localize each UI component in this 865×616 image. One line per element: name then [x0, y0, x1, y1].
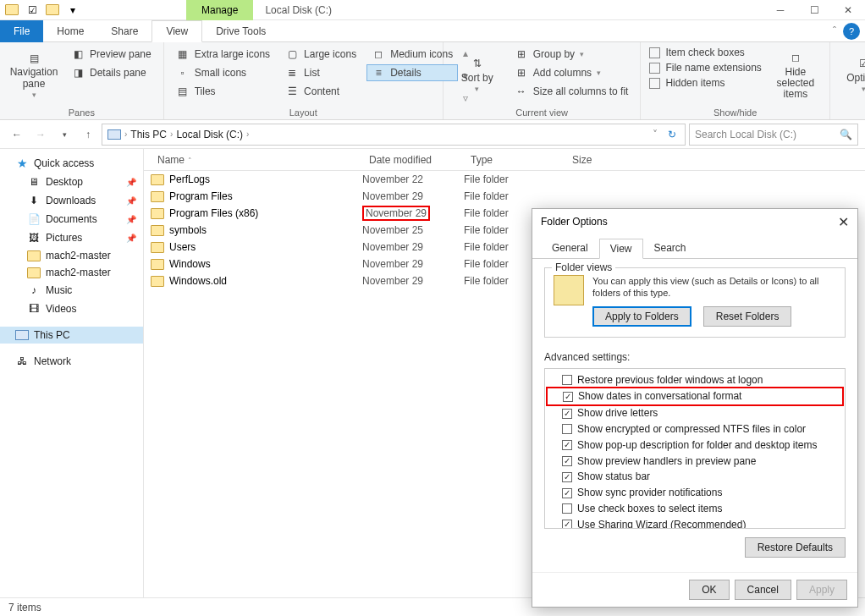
- layout-small[interactable]: ▫Small icons: [171, 64, 275, 81]
- contextual-tab-manage[interactable]: Manage: [186, 0, 253, 20]
- cancel-button[interactable]: Cancel: [735, 580, 791, 600]
- advanced-setting-item[interactable]: Use Sharing Wizard (Recommended): [547, 517, 843, 529]
- ok-button[interactable]: OK: [689, 580, 729, 600]
- tab-view[interactable]: View: [152, 20, 202, 42]
- tab-share[interactable]: Share: [97, 20, 152, 42]
- nav-mach2-a[interactable]: mach2-master: [0, 247, 143, 264]
- nav-quick-access[interactable]: ★Quick access: [0, 154, 143, 173]
- file-row[interactable]: Program FilesNovember 29File folder: [144, 188, 865, 205]
- checkbox-icon: [562, 503, 572, 514]
- dialog-tab-view[interactable]: View: [599, 239, 643, 259]
- layout-extra-large[interactable]: ▦Extra large icons: [171, 46, 275, 63]
- tab-drive-tools[interactable]: Drive Tools: [202, 20, 279, 42]
- nav-mach2-b[interactable]: mach2-master: [0, 264, 143, 281]
- nav-up[interactable]: ↑: [78, 124, 98, 145]
- qat-dropdown[interactable]: ▾: [64, 2, 81, 19]
- crumb-local-disk[interactable]: Local Disk (C:): [176, 129, 243, 140]
- tab-file[interactable]: File: [0, 20, 43, 42]
- folder-icon: [151, 191, 164, 202]
- file-name: Windows: [169, 258, 211, 270]
- add-columns-button[interactable]: ⊞Add columns ▾: [510, 64, 634, 81]
- checkbox-icon: [562, 488, 572, 498]
- nav-documents[interactable]: 📄Documents📌: [0, 210, 143, 228]
- crumb-this-pc[interactable]: This PC: [130, 129, 167, 140]
- dialog-tab-search[interactable]: Search: [643, 238, 697, 258]
- folder-views-desc: You can apply this view (such as Details…: [592, 275, 836, 300]
- checkbox-icon: [562, 440, 572, 450]
- nav-forward[interactable]: →: [30, 124, 51, 145]
- videos-icon: 🎞: [27, 302, 41, 316]
- qat-properties-icon[interactable]: ☑: [24, 2, 41, 19]
- layout-list[interactable]: ≣List: [280, 64, 361, 81]
- advanced-setting-item[interactable]: Restore previous folder windows at logon: [547, 372, 843, 388]
- file-name: Users: [169, 241, 196, 253]
- address-bar[interactable]: › This PC › Local Disk (C:) › ˅ ↻: [102, 124, 686, 146]
- nav-desktop[interactable]: 🖥Desktop📌: [0, 173, 143, 191]
- window-maximize[interactable]: ☐: [797, 0, 831, 20]
- advanced-settings-label: Advanced settings:: [544, 351, 846, 363]
- column-size[interactable]: Size: [565, 154, 633, 166]
- group-by-button[interactable]: ⊞Group by ▾: [510, 46, 634, 63]
- nav-recent-dropdown[interactable]: ▾: [54, 124, 74, 145]
- apply-button[interactable]: Apply: [796, 580, 847, 600]
- column-name[interactable]: Name˄: [151, 154, 362, 166]
- qat-newfolder-icon[interactable]: [44, 2, 61, 19]
- column-date[interactable]: Date modified: [362, 154, 464, 166]
- dialog-tab-general[interactable]: General: [541, 238, 599, 258]
- refresh-button[interactable]: ↻: [664, 129, 680, 140]
- advanced-settings-list[interactable]: Restore previous folder windows at logon…: [544, 368, 846, 529]
- checkbox-icon: [562, 472, 572, 482]
- nav-this-pc[interactable]: This PC: [0, 327, 143, 344]
- tab-home[interactable]: Home: [43, 20, 97, 42]
- nav-videos[interactable]: 🎞Videos: [0, 300, 143, 318]
- nav-back[interactable]: ←: [7, 124, 27, 145]
- advanced-setting-item[interactable]: Show preview handlers in preview pane: [547, 454, 843, 470]
- layout-tiles[interactable]: ▤Tiles: [171, 83, 275, 100]
- item-check-boxes-toggle[interactable]: Item check boxes: [647, 46, 763, 59]
- search-box[interactable]: Search Local Disk (C:) 🔍: [689, 124, 858, 146]
- hidden-items-toggle[interactable]: Hidden items: [647, 76, 763, 90]
- advanced-setting-item[interactable]: Use check boxes to select items: [547, 501, 843, 517]
- nav-pictures[interactable]: 🖼Pictures📌: [0, 228, 143, 247]
- advanced-setting-item[interactable]: Show status bar: [547, 469, 843, 485]
- nav-network[interactable]: 🖧Network: [0, 352, 143, 371]
- help-icon[interactable]: ?: [843, 23, 860, 40]
- file-name-extensions-toggle[interactable]: File name extensions: [647, 61, 763, 74]
- folder-icon: [27, 267, 41, 278]
- window-minimize[interactable]: ─: [763, 0, 797, 20]
- large-icons-icon: ▢: [285, 47, 299, 61]
- preview-pane-button[interactable]: ◧Preview pane: [66, 46, 157, 63]
- hide-selected-button[interactable]: ◻ Hide selected items: [769, 46, 823, 106]
- qat-explorer-icon[interactable]: [3, 2, 20, 19]
- sort-by-button[interactable]: ⇅ Sort by ▾: [450, 46, 504, 106]
- reset-folders-button[interactable]: Reset Folders: [703, 306, 792, 327]
- desktop-icon: 🖥: [27, 175, 41, 189]
- column-type[interactable]: Type: [464, 154, 565, 166]
- advanced-setting-item[interactable]: Show dates in conversational format: [546, 387, 844, 406]
- address-dropdown[interactable]: ˅: [649, 129, 661, 140]
- restore-defaults-button[interactable]: Restore Defaults: [745, 537, 846, 558]
- nav-music[interactable]: ♪Music: [0, 281, 143, 300]
- file-row[interactable]: PerfLogsNovember 22File folder: [144, 171, 865, 188]
- advanced-setting-item[interactable]: Show encrypted or compressed NTFS files …: [547, 421, 843, 437]
- apply-to-folders-button[interactable]: Apply to Folders: [592, 306, 691, 327]
- size-all-columns-button[interactable]: ↔Size all columns to fit: [510, 83, 634, 100]
- window-close[interactable]: ✕: [831, 0, 865, 20]
- sort-icon: ⇅: [471, 58, 484, 71]
- details-icon: ≡: [372, 66, 385, 80]
- ribbon-collapse[interactable]: ˆ: [833, 25, 836, 37]
- checkbox-icon: [562, 375, 572, 385]
- advanced-setting-item[interactable]: Show drive letters: [547, 405, 843, 421]
- drive-icon: [107, 129, 121, 140]
- navigation-pane-button[interactable]: ▤ Navigation pane ▾: [7, 46, 61, 106]
- advanced-setting-item[interactable]: Show sync provider notifications: [547, 485, 843, 501]
- layout-large[interactable]: ▢Large icons: [280, 46, 361, 63]
- content-icon: ☰: [285, 85, 299, 98]
- nav-downloads[interactable]: ⬇Downloads📌: [0, 191, 143, 210]
- advanced-setting-item[interactable]: Show pop-up description for folder and d…: [547, 437, 843, 454]
- layout-content[interactable]: ☰Content: [280, 83, 361, 100]
- checkbox-icon: [562, 409, 572, 419]
- options-button[interactable]: ☑ Options ▾: [837, 46, 865, 106]
- dialog-close[interactable]: ✕: [838, 214, 849, 230]
- details-pane-button[interactable]: ◨Details pane: [66, 64, 157, 81]
